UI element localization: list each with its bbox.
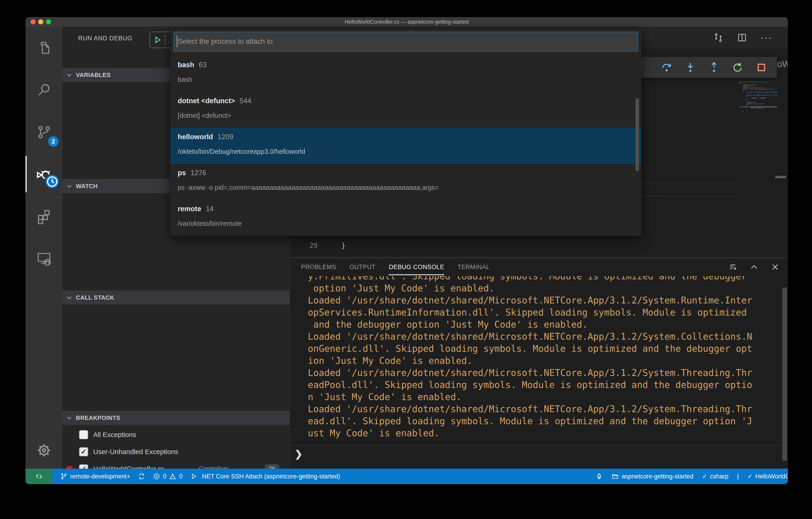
sync-icon — [138, 473, 145, 480]
open-changes-icon[interactable] — [713, 32, 724, 43]
branch-icon — [60, 473, 67, 480]
quick-pick-dropdown: bash63 bash dotnet <defunct>544 [dotnet]… — [170, 28, 641, 236]
folder-status-item[interactable]: aspnetcore-getting-started — [611, 473, 693, 480]
tab-terminal[interactable]: TERMINAL — [458, 258, 490, 276]
process-list: bash63 bash dotnet <defunct>544 [dotnet]… — [170, 56, 641, 236]
debug-console-input-row[interactable]: ❯ — [290, 445, 788, 469]
close-panel-icon[interactable] — [771, 262, 780, 271]
sidebar-title: RUN AND DEBUG — [78, 35, 133, 42]
checkbox-checked[interactable]: ✓ — [79, 447, 88, 456]
extensions-icon — [36, 208, 52, 225]
okteto-status-item[interactable] — [596, 473, 603, 480]
console-prompt-icon: ❯ — [295, 449, 302, 460]
editor-visible-line: 29 } — [310, 241, 345, 250]
remote-explorer-icon — [36, 250, 52, 267]
step-out-icon[interactable] — [708, 61, 720, 74]
activitybar-extensions[interactable] — [26, 195, 62, 237]
minimap[interactable]: namespace helloworld.Controllers{ [ApiCo… — [739, 81, 778, 112]
warning-icon — [169, 473, 176, 480]
play-icon — [153, 35, 162, 45]
breakpoint-row-all-exceptions[interactable]: All Exceptions — [62, 426, 290, 443]
active-indicator — [26, 156, 27, 192]
process-list-item[interactable]: dotnet <defunct>544 [dotnet] <defunct> — [170, 92, 641, 128]
panel-tabs: PROBLEMS OUTPUT DEBUG CONSOLE TERMINAL — [301, 258, 490, 276]
file-status-item[interactable]: ✓ HelloWorldC — [747, 473, 788, 480]
vscode-window: HelloWorldController.cs — aspnetcore-get… — [26, 17, 788, 484]
process-list-item[interactable]: ps1276 ps -axww -o pid=,comm=aaaaaaaaaaa… — [170, 164, 641, 200]
split-editor-icon[interactable] — [737, 32, 747, 43]
branch-status-item[interactable]: remote-development+ — [60, 473, 130, 480]
window-title: HelloWorldController.cs — aspnetcore-get… — [26, 17, 788, 27]
activity-bar: 2 — [26, 27, 62, 469]
more-actions-icon[interactable]: ··· — [760, 35, 772, 40]
quick-pick-input-wrap — [174, 32, 638, 52]
divider — [165, 35, 166, 45]
editor-scrollbar-thumb[interactable] — [775, 176, 786, 178]
bottom-panel: PROBLEMS OUTPUT DEBUG CONSOLE TERMINAL y… — [290, 257, 788, 469]
tab-output[interactable]: OUTPUT — [349, 258, 376, 276]
chevron-down-icon — [66, 71, 73, 78]
quick-pick-input[interactable] — [177, 32, 618, 51]
remote-indicator[interactable] — [26, 469, 52, 484]
check-icon: ✓ — [747, 473, 753, 480]
tab-debug-console[interactable]: DEBUG CONSOLE — [389, 258, 444, 276]
editor-tab-partial-label: loWo — [775, 59, 788, 69]
tab-problems[interactable]: PROBLEMS — [301, 258, 336, 276]
line-code: } — [341, 241, 345, 250]
check-icon: ✓ — [702, 473, 707, 480]
breakpoint-row-user-unhandled[interactable]: ✓ User-Unhandled Exceptions — [62, 443, 290, 460]
chevron-down-icon — [66, 294, 73, 301]
clear-console-icon[interactable] — [729, 262, 738, 271]
sync-status-item[interactable] — [138, 473, 145, 480]
status-bar: remote-development+ 0 0 .NET Core SSH At… — [26, 469, 788, 484]
restart-icon[interactable] — [731, 61, 744, 74]
maximize-panel-icon[interactable] — [750, 262, 759, 271]
chevron-down-icon — [66, 414, 73, 421]
activitybar-search[interactable] — [26, 69, 62, 111]
checkbox-unchecked[interactable] — [79, 430, 88, 439]
activitybar-run-and-debug[interactable] — [26, 153, 62, 195]
process-list-item[interactable]: remote14 /var/okteto/bin/remote — [170, 200, 641, 236]
process-list-item[interactable]: bash63 bash — [170, 56, 641, 92]
titlebar: HelloWorldController.cs — aspnetcore-get… — [26, 17, 788, 27]
config-dropdown[interactable]: . — [168, 36, 170, 44]
problems-status-item[interactable]: 0 0 — [153, 473, 182, 480]
language-status-item[interactable]: ✓ csharp — [702, 473, 729, 480]
activitybar-settings[interactable] — [26, 432, 62, 469]
step-into-icon[interactable] — [684, 61, 697, 74]
section-call-stack[interactable]: CALL STACK — [62, 290, 290, 305]
files-icon — [36, 40, 52, 56]
scm-badge: 2 — [48, 136, 59, 147]
divider: | — [737, 473, 738, 480]
play-icon — [190, 473, 198, 480]
stop-icon[interactable] — [755, 61, 768, 74]
process-list-item-selected[interactable]: helloworld1209 /okteto/bin/Debug/netcore… — [170, 128, 641, 164]
chevron-down-icon — [66, 183, 73, 190]
gear-icon — [36, 442, 52, 459]
debug-progress-badge — [45, 174, 60, 189]
panel-scrollbar-thumb[interactable] — [782, 288, 787, 461]
debug-config-status-item[interactable]: .NET Core SSH Attach (aspnetcore-getting… — [190, 473, 340, 480]
activitybar-explorer[interactable] — [26, 27, 62, 69]
step-over-icon[interactable] — [660, 61, 673, 74]
activitybar-remote-explorer[interactable] — [26, 237, 62, 280]
line-number: 29 — [310, 241, 318, 250]
flame-icon — [596, 473, 603, 480]
remote-icon — [35, 472, 43, 480]
folder-icon — [611, 473, 619, 480]
error-icon — [153, 473, 160, 480]
quick-pick-scrollbar-thumb[interactable] — [635, 98, 639, 171]
search-icon — [36, 82, 52, 98]
activitybar-source-control[interactable]: 2 — [26, 111, 62, 153]
debug-console-output[interactable]: y.Primitives.dll'. Skipped loading symbo… — [308, 276, 777, 445]
section-breakpoints[interactable]: BREAKPOINTS — [62, 410, 290, 425]
